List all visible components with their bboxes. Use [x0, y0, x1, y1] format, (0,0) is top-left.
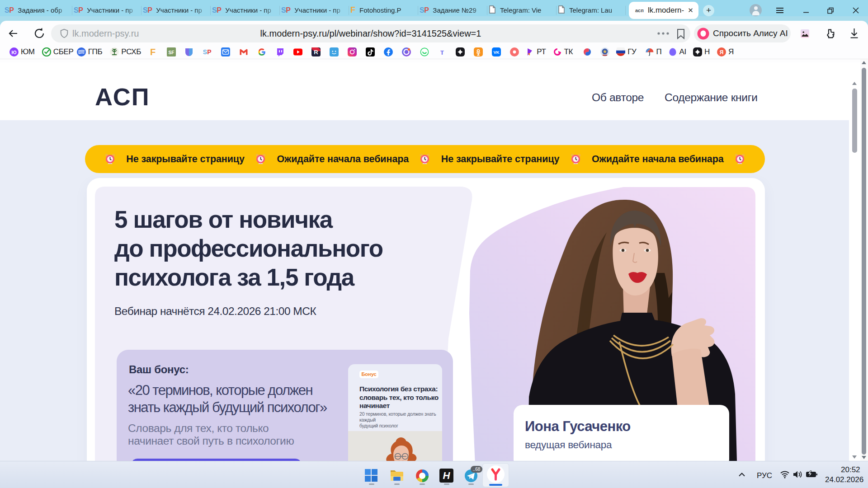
svg-text:VK: VK: [494, 50, 500, 55]
svg-text:Я: Я: [720, 49, 724, 56]
svg-text:P: P: [207, 48, 211, 56]
svg-text:R: R: [314, 49, 318, 56]
svg-text:S: S: [203, 48, 207, 56]
svg-text:Ю: Ю: [11, 50, 16, 55]
svg-text:F: F: [150, 47, 156, 56]
svg-text:SF: SF: [169, 50, 175, 55]
svg-text:т: т: [440, 48, 444, 56]
